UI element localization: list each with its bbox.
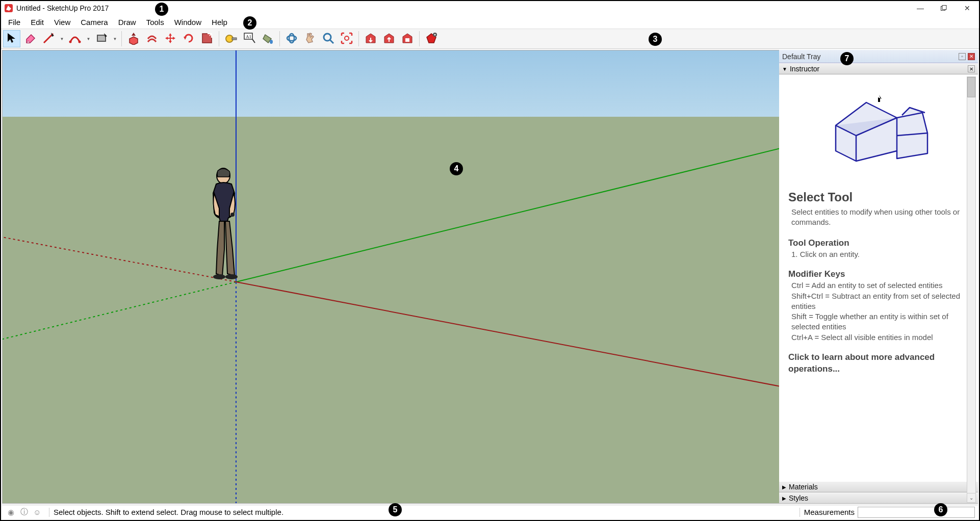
text-tool[interactable]: A1 xyxy=(241,30,258,47)
offset-icon xyxy=(145,32,159,46)
tape-measure-tool[interactable] xyxy=(222,30,240,47)
tray-header[interactable]: Default Tray ▫ ✕ xyxy=(779,50,978,63)
extension-warehouse-icon xyxy=(401,32,414,46)
svg-point-4 xyxy=(79,40,81,43)
warehouse-get-icon xyxy=(364,32,377,46)
ruby-extension-tool[interactable] xyxy=(423,30,440,47)
help-icon[interactable]: ◉ xyxy=(5,507,16,518)
svg-point-15 xyxy=(345,36,349,40)
status-bar: ◉ ⓘ ☺ Select objects. Shift to extend se… xyxy=(2,505,978,519)
chevron-right-icon: ▶ xyxy=(782,496,786,501)
menu-view[interactable]: View xyxy=(49,16,75,28)
drawing-viewport[interactable] xyxy=(2,50,779,504)
close-button[interactable]: ✕ xyxy=(956,1,979,15)
orbit-tool[interactable] xyxy=(283,30,300,47)
measurements-input[interactable] xyxy=(858,507,975,518)
rectangle-tool[interactable] xyxy=(93,30,110,47)
svg-point-12 xyxy=(287,36,296,41)
svg-point-18 xyxy=(434,34,436,35)
panel-label: Instructor xyxy=(790,65,819,73)
paint-bucket-tool[interactable] xyxy=(259,30,276,47)
maximize-button[interactable] xyxy=(932,1,956,15)
instructor-panel-body: Select Tool Select entities to modify wh… xyxy=(779,74,978,481)
chevron-right-icon: ▶ xyxy=(782,484,786,490)
text-icon: A1 xyxy=(243,32,256,46)
svg-text:A1: A1 xyxy=(246,34,251,39)
person-icon[interactable]: ☺ xyxy=(32,507,43,518)
chevron-down-icon: ▼ xyxy=(113,37,117,41)
panel-label: Styles xyxy=(789,494,808,502)
svg-rect-2 xyxy=(942,6,946,10)
zoom-extents-tool[interactable] xyxy=(338,30,355,47)
eraser-icon xyxy=(23,32,37,46)
arc-icon xyxy=(68,32,82,46)
zoom-tool[interactable] xyxy=(320,30,337,47)
instructor-mod-heading: Modifier Keys xyxy=(788,269,970,280)
line-icon xyxy=(42,32,55,46)
tray-title: Default Tray xyxy=(782,53,820,61)
svg-rect-8 xyxy=(232,38,237,40)
menu-tools[interactable]: Tools xyxy=(141,16,169,28)
menu-help[interactable]: Help xyxy=(207,16,233,28)
paint-bucket-icon xyxy=(261,32,274,46)
tray-scrollbar[interactable]: ⌄ xyxy=(967,76,976,503)
svg-rect-16 xyxy=(405,38,409,42)
offset-tool[interactable] xyxy=(143,30,161,47)
instructor-tool-desc: Select entities to modify when using oth… xyxy=(791,207,970,228)
rotate-tool[interactable] xyxy=(180,30,197,47)
pan-icon xyxy=(303,32,317,46)
instructor-op-heading: Tool Operation xyxy=(788,238,970,249)
warehouse-share-icon xyxy=(382,32,396,46)
move-icon xyxy=(164,32,177,46)
window-title: Untitled - SketchUp Pro 2017 xyxy=(16,4,109,12)
instructor-more-link[interactable]: Click to learn about more advanced opera… xyxy=(788,352,970,375)
app-icon xyxy=(4,4,13,13)
panel-header-styles[interactable]: ▶ Styles ✕ xyxy=(779,492,978,504)
svg-point-11 xyxy=(270,40,273,44)
default-tray: Default Tray ▫ ✕ ▼ Instructor ✕ xyxy=(779,50,978,504)
rectangle-icon xyxy=(95,32,108,46)
svg-point-28 xyxy=(225,274,238,279)
scrollbar-down-icon[interactable]: ⌄ xyxy=(967,493,975,502)
select-icon xyxy=(5,32,18,46)
svg-point-13 xyxy=(289,34,294,43)
tray-close-icon[interactable]: ✕ xyxy=(968,53,975,60)
panel-close-icon[interactable]: ✕ xyxy=(968,65,975,72)
scrollbar-thumb[interactable] xyxy=(967,77,975,97)
tape-measure-icon xyxy=(224,32,238,46)
arc-tool[interactable] xyxy=(66,30,84,47)
rectangle-dropdown[interactable]: ▼ xyxy=(111,30,118,47)
push-pull-tool[interactable] xyxy=(125,30,142,47)
panel-header-instructor[interactable]: ▼ Instructor ✕ xyxy=(779,63,978,74)
warehouse-get-tool[interactable] xyxy=(362,30,379,47)
menu-edit[interactable]: Edit xyxy=(25,16,49,28)
extension-warehouse-tool[interactable] xyxy=(399,30,416,47)
info-icon[interactable]: ⓘ xyxy=(18,507,30,518)
ruby-extension-icon xyxy=(425,32,438,46)
scale-figure xyxy=(204,168,245,282)
svg-point-26 xyxy=(230,213,235,217)
arc-dropdown[interactable]: ▼ xyxy=(85,30,92,47)
menu-camera[interactable]: Camera xyxy=(75,16,113,28)
select-tool[interactable] xyxy=(3,30,20,47)
panel-label: Materials xyxy=(789,483,818,491)
svg-point-27 xyxy=(213,274,225,279)
minimize-button[interactable]: — xyxy=(909,1,932,15)
menu-file[interactable]: File xyxy=(3,16,25,28)
title-bar: Untitled - SketchUp Pro 2017 — ✕ xyxy=(1,1,979,15)
tray-pin-icon[interactable]: ▫ xyxy=(959,53,966,60)
warehouse-share-tool[interactable] xyxy=(380,30,398,47)
line-tool[interactable] xyxy=(40,30,57,47)
menu-draw[interactable]: Draw xyxy=(113,16,141,28)
line-dropdown[interactable]: ▼ xyxy=(58,30,65,47)
viewport-sky xyxy=(3,50,779,117)
eraser-tool[interactable] xyxy=(21,30,39,47)
pan-tool[interactable] xyxy=(301,30,319,47)
menu-window[interactable]: Window xyxy=(169,16,207,28)
scale-tool[interactable] xyxy=(198,30,216,47)
move-tool[interactable] xyxy=(162,30,179,47)
instructor-mod-body: Ctrl = Add an entity to set of selected … xyxy=(791,280,970,343)
status-text: Select objects. Shift to extend select. … xyxy=(54,508,795,516)
panel-header-materials[interactable]: ▶ Materials ✕ xyxy=(779,481,978,492)
zoom-extents-icon xyxy=(340,32,353,46)
